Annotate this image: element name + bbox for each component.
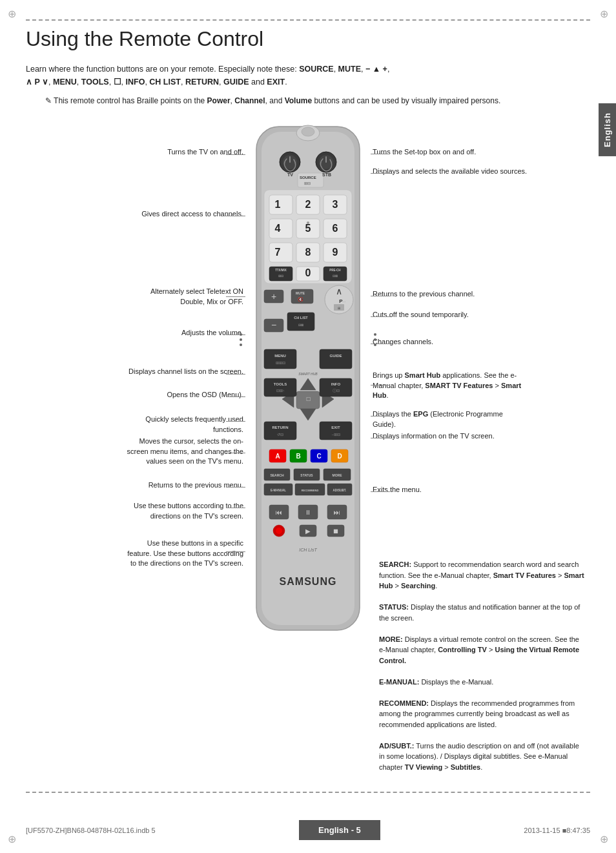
svg-text:☐: ☐ [306, 396, 311, 402]
svg-text:TV: TV [287, 172, 293, 177]
svg-text:ⓘ⊟: ⓘ⊟ [333, 389, 340, 393]
corner-tr: ⊕ [600, 8, 608, 20]
ann-stb-power: Turns the Set-top box on and off. [373, 147, 476, 157]
ann-exit: Exits the menu. [373, 485, 422, 495]
ann-line-info [371, 438, 390, 438]
dots-left-volume [240, 333, 242, 346]
ann-prev-ch: Returns to the previous channel. [373, 289, 475, 299]
ann-line-exit [371, 491, 390, 492]
bottom-dashed-border [26, 792, 590, 793]
svg-text:··: ·· [344, 300, 345, 303]
ann-video-sources: Displays and selects the available video… [373, 167, 527, 176]
svg-text:⊞⊟: ⊞⊟ [304, 181, 311, 185]
ann-line-prevch [371, 296, 390, 296]
corner-tl: ⊕ [8, 8, 16, 20]
svg-text:C: C [316, 453, 321, 460]
ann-ch-list: Displays channel lists on the screen. [124, 367, 243, 376]
svg-text:GUIDE: GUIDE [329, 354, 342, 358]
svg-text:MORE: MORE [333, 473, 343, 477]
ann-line-video [371, 173, 390, 174]
footer-left: [UF5570-ZH]BN68-04878H-02L16.indb 5 [26, 827, 156, 834]
ann-line-volume [226, 334, 245, 335]
svg-text:−: − [271, 320, 276, 330]
ann-line-menu [226, 396, 245, 397]
svg-text:D: D [337, 453, 342, 460]
svg-text:SOURCE: SOURCE [300, 176, 316, 180]
page-number: English - 5 [299, 820, 380, 840]
ann-line-tv-power [226, 154, 245, 155]
side-tab: English [599, 103, 616, 156]
page-container: ⊕ ⊕ ⊕ ⊕ English Using the Remote Control… [0, 0, 616, 853]
adsubt-desc: AD/SUBT.: Turns the audio description on… [379, 741, 586, 773]
ann-volume: Adjusts the volume. [127, 328, 243, 338]
svg-text:SEARCH: SEARCH [270, 473, 284, 477]
svg-text:7: 7 [275, 247, 281, 258]
svg-rect-58 [264, 349, 296, 369]
ann-epg: Displays the EPG (Electronic Programme G… [373, 409, 524, 429]
svg-text:4: 4 [275, 223, 281, 234]
ann-smart-hub: Brings up Smart Hub applications. See th… [373, 371, 524, 400]
svg-rect-79 [320, 422, 352, 440]
ann-return: Returns to the previous menu. [124, 480, 243, 490]
svg-text:⏹: ⏹ [333, 528, 339, 535]
svg-text:6: 6 [333, 223, 338, 234]
svg-text:3: 3 [333, 199, 338, 210]
note-icon: ✎ [45, 96, 52, 105]
svg-rect-76 [264, 422, 296, 440]
svg-text:⏭: ⏭ [334, 509, 340, 516]
svg-text:RECOMMEND: RECOMMEND [302, 489, 319, 492]
ann-channels: Changes channels. [373, 337, 433, 347]
svg-text:−⊞⊟: −⊞⊟ [331, 433, 340, 437]
ann-direct-access: Gives direct access to channels. [127, 209, 243, 219]
ann-line-tools [226, 421, 245, 422]
ann-line-stb [371, 154, 390, 154]
ann-line-specific [226, 551, 245, 552]
svg-text:⊟⊞↑: ⊟⊞↑ [276, 389, 285, 393]
ann-tools: Quickly selects frequently used function… [124, 415, 243, 435]
svg-rect-73 [320, 378, 352, 396]
dots-right-volume [374, 333, 376, 346]
ann-cursor: Moves the cursor, selects the on-screen … [124, 437, 243, 466]
svg-rect-70 [264, 378, 296, 396]
svg-text:⊞⊟: ⊞⊟ [278, 274, 283, 278]
svg-text:2: 2 [305, 199, 311, 210]
svg-rect-27 [269, 243, 293, 262]
ann-mute: Cuts off the sound temporarily. [373, 310, 469, 320]
svg-text:AD/SUBT.: AD/SUBT. [333, 489, 347, 492]
svg-text:⊞⊞⊟: ⊞⊞⊟ [276, 361, 285, 365]
ann-menu: Opens the OSD (Menu). [124, 390, 243, 400]
ann-line-mute [371, 316, 390, 317]
svg-text:INFO: INFO [331, 382, 341, 386]
svg-text:8: 8 [305, 247, 311, 258]
svg-rect-20 [269, 219, 293, 238]
ann-color-buttons: Use these buttons according to the direc… [124, 501, 243, 521]
svg-text:MUTE: MUTE [296, 291, 305, 295]
svg-text:0: 0 [305, 267, 311, 278]
svg-point-3 [302, 127, 314, 136]
ann-line-direct [226, 216, 245, 216]
footer-right: 2013-11-15 ■8:47:35 [524, 827, 590, 834]
page-title: Using the Remote Control [26, 27, 590, 51]
svg-text:⊟⊠: ⊟⊠ [298, 323, 303, 327]
svg-text:1: 1 [275, 199, 281, 210]
emanual-desc: E-MANUAL: Displays the e-Manual. [379, 677, 586, 688]
svg-text:⏸: ⏸ [305, 509, 311, 516]
svg-text:CH LIST: CH LIST [294, 316, 308, 320]
svg-text:TOOLS: TOOLS [274, 382, 287, 386]
svg-text:⊟⊠: ⊟⊠ [333, 274, 338, 278]
svg-text:STB: STB [322, 172, 331, 177]
ann-info: Displays information on the TV screen. [373, 431, 495, 441]
svg-point-109 [276, 528, 282, 534]
ann-line-smarthub [371, 385, 390, 385]
recommend-desc: RECOMMEND: Displays the recommended prog… [379, 698, 586, 730]
top-dashed-border [26, 19, 590, 21]
svg-text:ICH LIsT: ICH LIsT [299, 548, 317, 552]
note-text: ✎ This remote control has Braille points… [39, 95, 590, 107]
svg-text:+: + [271, 291, 276, 302]
svg-text:MENU: MENU [274, 354, 286, 358]
ann-line-return [226, 487, 245, 488]
svg-text:EXIT: EXIT [331, 426, 340, 429]
svg-text:B: B [296, 453, 300, 460]
ann-line-color [226, 508, 245, 508]
svg-rect-14 [269, 195, 293, 214]
